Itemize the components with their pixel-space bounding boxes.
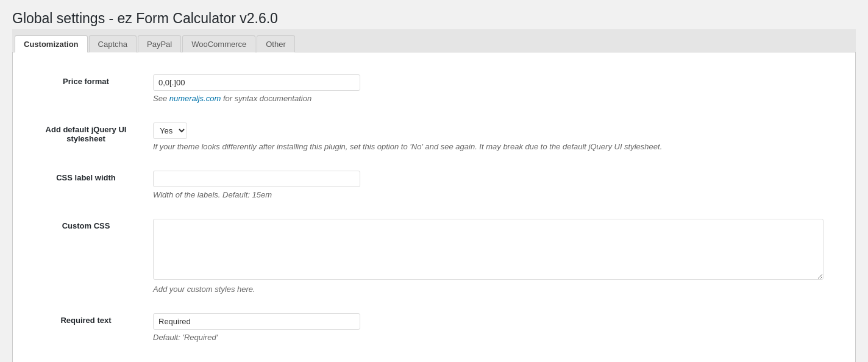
tab-panel-customization: Price format See numeraljs.com for synta… <box>12 52 856 362</box>
css-label-width-description: Width of the labels. Default: 15em <box>153 190 831 199</box>
settings-table: Price format See numeraljs.com for synta… <box>31 65 837 352</box>
tab-paypal[interactable]: PayPal <box>138 35 181 52</box>
row-price-format: Price format See numeraljs.com for synta… <box>31 65 837 113</box>
row-required-text: Required text Default: 'Required' <box>31 303 837 352</box>
css-label-width-input[interactable] <box>153 171 360 187</box>
tab-bar: Customization Captcha PayPal WooCommerce… <box>12 29 856 52</box>
price-format-input[interactable] <box>153 74 360 91</box>
jquery-ui-select[interactable]: Yes No <box>153 122 187 139</box>
price-format-desc-prefix: See <box>153 94 169 103</box>
required-text-input[interactable] <box>153 313 360 330</box>
css-label-width-label: CSS label width <box>56 173 116 182</box>
row-css-label-width: CSS label width Width of the labels. Def… <box>31 161 837 209</box>
jquery-ui-description: If your theme looks differently after in… <box>153 142 831 151</box>
tab-other[interactable]: Other <box>257 35 295 52</box>
tab-captcha[interactable]: Captcha <box>89 35 137 52</box>
tab-woocommerce[interactable]: WooCommerce <box>182 35 255 52</box>
numeraljs-link[interactable]: numeraljs.com <box>169 94 221 103</box>
custom-css-label: Custom CSS <box>62 221 110 230</box>
custom-css-description: Add your custom styles here. <box>153 285 831 294</box>
price-format-label: Price format <box>63 77 109 86</box>
price-format-description: See numeraljs.com for syntax documentati… <box>153 94 831 103</box>
required-text-description: Default: 'Required' <box>153 333 831 342</box>
row-jquery-ui: Add default jQuery UI stylesheet Yes No … <box>31 113 837 161</box>
row-custom-css: Custom CSS Add your custom styles here. <box>31 209 837 303</box>
jquery-ui-label: Add default jQuery UI stylesheet <box>46 125 127 143</box>
custom-css-textarea[interactable] <box>153 219 824 280</box>
required-text-label: Required text <box>60 316 111 325</box>
page-title: Global settings - ez Form Calculator v2.… <box>12 5 868 29</box>
price-format-desc-suffix: for syntax documentation <box>221 94 311 103</box>
tab-customization[interactable]: Customization <box>15 35 88 52</box>
